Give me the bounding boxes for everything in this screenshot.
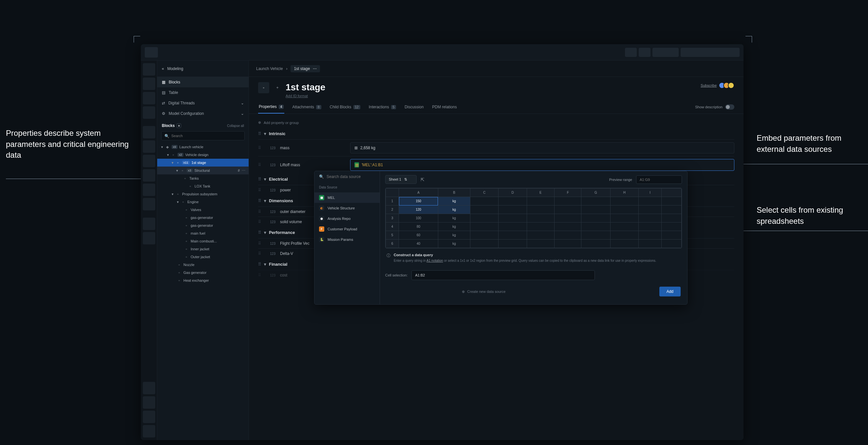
add-property-label: Add property or group <box>264 121 299 125</box>
drag-handle-icon[interactable]: ⠿ <box>258 262 261 267</box>
rail-item[interactable] <box>143 63 155 76</box>
drag-handle-icon[interactable]: ⠿ <box>258 209 261 214</box>
tree-row[interactable]: ▫Outer jacket <box>157 253 249 261</box>
create-data-source-button[interactable]: ⊕ Create new data source <box>462 289 506 294</box>
source-item-customer-payload[interactable]: FCustomer Payload <box>314 224 380 234</box>
caret-icon[interactable]: ▾ <box>264 230 266 235</box>
tree-row-propulsion[interactable]: ▾▫Propulsion subsystem <box>157 190 249 198</box>
rail-item[interactable] <box>143 106 155 119</box>
rail-item[interactable] <box>143 425 155 438</box>
rail-item[interactable] <box>143 77 155 90</box>
rail-item[interactable] <box>143 396 155 409</box>
source-search[interactable]: 🔍 <box>314 171 380 182</box>
more-icon[interactable]: ⋯ <box>313 66 317 71</box>
rail-item[interactable] <box>143 169 155 181</box>
caret-icon[interactable]: ▾ <box>264 177 266 181</box>
rail-item[interactable] <box>143 92 155 104</box>
block-type-icon[interactable]: ▫ <box>258 82 269 93</box>
tree-row[interactable]: ▫Main combusti... <box>157 237 249 245</box>
tree-row[interactable]: ▫Inner jacket <box>157 245 249 253</box>
nav-blocks[interactable]: ▦ Blocks <box>157 77 249 88</box>
source-item-vehicle-structure[interactable]: ◐Vehicle Structure <box>314 203 380 213</box>
tab-attachments[interactable]: Attachments8 <box>291 101 322 113</box>
tree-row-lox-tank[interactable]: ▫LOX Tank <box>157 182 249 190</box>
collapse-all-button[interactable]: Collapse all <box>227 124 244 128</box>
add-button[interactable]: Add <box>659 287 681 297</box>
tab-discussion[interactable]: Discussion <box>404 101 424 113</box>
rail-item[interactable] <box>143 198 155 210</box>
open-external-icon[interactable]: ⇱ <box>421 177 425 182</box>
rail-item[interactable] <box>143 382 155 394</box>
tree-row[interactable]: ▫Gas generator <box>157 269 249 276</box>
source-item-analysis-repo[interactable]: ◉Analysis Repo <box>314 213 380 224</box>
tree-row[interactable]: ▫gas-generator <box>157 221 249 229</box>
tree-row-valves[interactable]: ▫Valves <box>157 206 249 214</box>
tree-label: main fuel <box>191 231 205 235</box>
tree-row-1st-stage[interactable]: ▾ ▫ x11 1st stage <box>157 159 249 167</box>
drag-handle-icon[interactable]: ⠿ <box>258 146 261 150</box>
add-block-icon[interactable]: + <box>177 123 181 128</box>
nav-model-config[interactable]: ⚙ Model Configuration ⌄ <box>157 108 249 119</box>
rail-item[interactable] <box>143 411 155 423</box>
rail-item[interactable] <box>143 217 155 230</box>
add-icon[interactable]: + <box>274 84 281 91</box>
collapse-sidebar-icon[interactable]: « <box>162 66 164 71</box>
crumb-current[interactable]: 1st stage ⋯ <box>290 65 320 72</box>
sheet-select[interactable]: Sheet 1 ⇅ <box>385 175 416 184</box>
prop-value-input[interactable]: ⊞2,658 kg <box>350 142 734 153</box>
drag-handle-icon[interactable]: ⠿ <box>258 251 261 256</box>
drag-handle-icon[interactable]: ⠿ <box>258 198 261 203</box>
nav-digital-threads[interactable]: ⇄ Digital Threads ⌄ <box>157 98 249 108</box>
preview-range-input[interactable] <box>636 175 682 184</box>
drag-handle-icon[interactable]: ⠿ <box>258 188 261 193</box>
source-item-mel[interactable]: ▦MEL <box>314 193 380 203</box>
prop-value-linked[interactable]: ▦'MEL':A1:B1 <box>350 159 734 171</box>
drag-handle-icon[interactable]: ⠿ <box>258 219 261 224</box>
add-id-format[interactable]: Add ID format <box>286 94 325 98</box>
sidebar-header: « Modeling <box>157 61 249 77</box>
tree-row[interactable]: ▫gas-generator <box>157 214 249 221</box>
rail-item[interactable] <box>143 126 155 138</box>
spreadsheet-preview[interactable]: ABCDEFGHI1150kg2120kg3100kg480kg560kg640… <box>385 188 682 248</box>
rail-item[interactable] <box>143 232 155 244</box>
nav-table[interactable]: ▤ Table <box>157 88 249 98</box>
crumb-root[interactable]: Launch Vehicle <box>256 66 283 71</box>
drag-handle-icon[interactable]: ⠿ <box>258 273 261 277</box>
a1-notation-link[interactable]: A1 notation <box>427 259 443 263</box>
tree-row-engine[interactable]: ▾▫Engine <box>157 198 249 206</box>
more-icon[interactable]: ⋯ <box>242 169 245 173</box>
drag-handle-icon[interactable]: ⠿ <box>258 230 261 235</box>
tab-interactions[interactable]: Interactions5 <box>368 101 397 113</box>
tree-row[interactable]: ▫Heat exchanger <box>157 276 249 284</box>
tree-row-launch-vehicle[interactable]: ▾ ◆ x9 Launch vehicle <box>157 143 249 151</box>
source-label: Mission Params <box>328 238 353 241</box>
tree-row-vehicle-design[interactable]: ▾ ▫ x2 Vehicle design <box>157 151 249 159</box>
show-description-toggle[interactable] <box>725 104 734 110</box>
rail-item[interactable] <box>143 183 155 196</box>
tree-search-input[interactable] <box>161 131 245 140</box>
avatar-stack[interactable] <box>721 82 734 89</box>
source-search-input[interactable] <box>327 174 376 179</box>
tree-row-tanks[interactable]: ▫Tanks <box>157 174 249 182</box>
tab-properties[interactable]: Properties4 <box>258 100 284 113</box>
caret-icon[interactable]: ▾ <box>264 262 266 267</box>
drag-handle-icon[interactable]: ⠿ <box>258 177 261 181</box>
block-icon: ▫ <box>177 263 182 267</box>
cell-selection-input[interactable] <box>411 270 595 280</box>
source-item-mission-params[interactable]: 🐍Mission Params <box>314 234 380 245</box>
rail-item[interactable] <box>143 155 155 167</box>
tree-row-structural[interactable]: ▾ ▫ x3 Structural # ⋯ <box>157 167 249 174</box>
caret-icon[interactable]: ▾ <box>264 198 266 203</box>
subscribe-link[interactable]: Subscribe <box>701 83 717 88</box>
add-property-button[interactable]: ⊕ Add property or group <box>258 117 734 128</box>
tree-row[interactable]: ▫main fuel <box>157 229 249 237</box>
hash-icon[interactable]: # <box>238 169 240 172</box>
drag-handle-icon[interactable]: ⠿ <box>258 241 261 246</box>
tab-pdm-relations[interactable]: PDM relations <box>431 101 457 113</box>
tab-child-blocks[interactable]: Child Blocks12 <box>329 101 361 113</box>
rail-item[interactable] <box>143 140 155 153</box>
drag-handle-icon[interactable]: ⠿ <box>258 131 261 136</box>
tree-row[interactable]: ▫Nozzle <box>157 261 249 269</box>
drag-handle-icon[interactable]: ⠿ <box>258 163 261 167</box>
caret-icon[interactable]: ▾ <box>264 131 266 136</box>
